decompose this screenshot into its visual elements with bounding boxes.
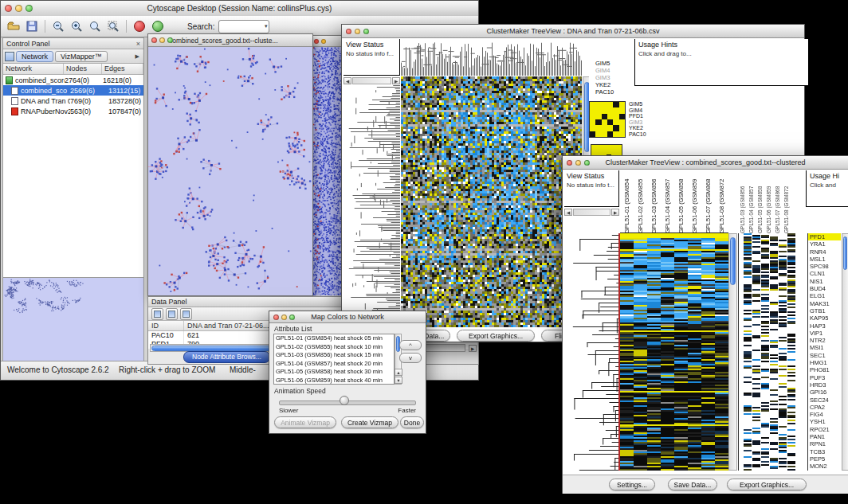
heatmap-canvas[interactable] (620, 233, 728, 471)
gene-label[interactable]: GIM5 (595, 60, 614, 67)
gene-label[interactable]: NTR2 (808, 337, 841, 344)
node-attribute-browser-button[interactable]: Node Attribute Brows... (183, 351, 270, 363)
scroll-right-icon[interactable]: ▶ (469, 345, 477, 352)
gene-label[interactable]: MSI1 (808, 344, 841, 351)
export-graphics-button[interactable]: Export Graphics... (457, 330, 535, 342)
close-panel-icon[interactable]: × (136, 40, 140, 48)
dendrogram-h-scrollbar[interactable]: ◀ ▶ (344, 76, 400, 84)
attribute-item[interactable]: GPL51-06 (GSM859) heat shock 40 min (274, 377, 394, 385)
heatmap[interactable] (401, 76, 582, 327)
network-overview-thumbnail[interactable] (3, 277, 143, 361)
gene-label[interactable]: GTB1 (808, 307, 841, 315)
scroll-left-icon[interactable]: ◀ (564, 209, 572, 216)
close-button[interactable] (273, 315, 279, 320)
column-label[interactable]: GPL51-02 (GSM855 (634, 170, 647, 233)
network-row[interactable]: combined_sco2569(6)13112(15) (3, 85, 143, 96)
heatmap-canvas[interactable] (401, 76, 582, 327)
gene-list-scrollbar[interactable] (842, 233, 848, 471)
gene-label[interactable]: MON2 (808, 463, 841, 470)
attribute-item[interactable]: GPL51-04 (GSM857) heat shock 20 min (274, 360, 394, 369)
minimize-button[interactable] (159, 37, 165, 43)
gene-label[interactable]: VIP1 (808, 330, 841, 337)
minimize-button[interactable] (281, 315, 287, 320)
tab-vizmapper[interactable]: VizMapper™ (55, 51, 108, 62)
gene-label[interactable]: PFD1 (808, 233, 841, 240)
speed-slider-thumb[interactable] (340, 396, 349, 405)
gene-label[interactable]: FIG4 (808, 411, 841, 418)
gene-label[interactable]: GIM4 (629, 107, 646, 114)
zoom-button[interactable] (167, 37, 173, 43)
zoom-out-button[interactable] (50, 18, 66, 34)
column-label[interactable]: GPL51-06 (GSM859 (764, 170, 773, 233)
scrollbar-track[interactable] (352, 77, 391, 84)
cytoscape-titlebar[interactable]: Cytoscape Desktop (Session Name: collins… (1, 1, 478, 17)
scroll-right-icon[interactable]: ▶ (392, 77, 400, 84)
gene-label[interactable]: PAC10 (629, 131, 646, 138)
attribute-list[interactable]: GPL51-01 (GSM854) heat shock 05 minGPL51… (273, 334, 395, 385)
zoom-button[interactable] (289, 315, 295, 320)
gene-label[interactable]: YKE2 (595, 81, 614, 88)
zoom-button[interactable] (584, 160, 590, 166)
column-label[interactable]: GPL51-06 (GSM859 (688, 170, 701, 233)
column-label[interactable]: GPL51-03 (GSM856 (738, 170, 747, 233)
search-dropdown-icon[interactable]: ▾ (265, 23, 269, 29)
search-input[interactable]: ▾ (218, 20, 269, 33)
scrollbar-thumb[interactable] (730, 237, 736, 285)
heatmap2-canvas[interactable] (739, 233, 807, 471)
minimize-button[interactable] (15, 5, 22, 12)
zoom-button[interactable] (363, 29, 369, 34)
gene-label[interactable]: RNR4 (808, 248, 841, 256)
attribute-item[interactable]: GPL51-01 (GSM854) heat shock 05 min (274, 334, 394, 343)
attribute-item[interactable]: GPL51-02 (GSM855) heat shock 10 min (274, 343, 394, 352)
zoom-in-button[interactable] (69, 18, 84, 34)
close-button[interactable] (567, 160, 572, 166)
overview-canvas[interactable] (3, 278, 140, 359)
close-button[interactable] (314, 39, 319, 44)
column-label[interactable]: GPL51-07 (GSM868 (773, 170, 782, 233)
minimize-button[interactable] (355, 29, 360, 34)
export-graphics-button[interactable]: Export Graphics... (727, 479, 807, 490)
zoom-button[interactable] (26, 5, 33, 12)
heatmap-v-scrollbar[interactable] (728, 233, 737, 471)
row-dendrogram[interactable] (564, 233, 620, 471)
close-button[interactable] (346, 29, 351, 34)
animate-vizmap-button[interactable]: Animate Vizmap (274, 416, 336, 428)
gene-label[interactable]: SEC1 (808, 352, 841, 359)
create-vizmap-button[interactable]: Create Vizmap (341, 416, 398, 428)
column-label[interactable]: GPL51-05 (GSM858 (756, 170, 764, 233)
gene-label[interactable]: RPN1 (808, 440, 841, 447)
delete-attribute-icon[interactable] (180, 308, 192, 320)
tab-network[interactable]: Network (16, 51, 53, 62)
heatmap[interactable] (620, 233, 728, 471)
gene-label[interactable]: HRD3 (808, 381, 841, 389)
scrollbar-thumb[interactable] (843, 236, 847, 270)
move-up-button[interactable]: ^ (399, 340, 422, 350)
gene-label[interactable]: PUF3 (808, 374, 841, 381)
open-session-button[interactable] (6, 18, 22, 34)
gene-label[interactable]: HAP3 (808, 322, 841, 330)
gene-label[interactable]: GIM5 (629, 101, 646, 107)
gene-label[interactable]: KAP95 (808, 315, 841, 322)
network-row[interactable]: DNA and Tran 07769(0)183728(0) (3, 96, 143, 106)
gene-label[interactable]: PAC10 (595, 88, 614, 96)
save-session-button[interactable] (24, 18, 40, 34)
gene-label[interactable]: CPA2 (808, 404, 841, 411)
settings-button[interactable]: Settings... (609, 479, 655, 490)
tab-overflow-icon[interactable]: ▶ (135, 53, 142, 60)
scrollbar-track[interactable] (573, 209, 610, 216)
scroll-left-icon[interactable]: ◀ (344, 77, 351, 84)
gene-label[interactable]: YRA1 (808, 240, 841, 248)
row-dendrogram-canvas[interactable] (344, 85, 400, 327)
column-label[interactable]: GPL51-01 (GSM854 (620, 170, 634, 233)
gene-label[interactable]: ELG1 (808, 292, 841, 299)
network-row[interactable]: combined_scores2764(0)16218(0) (3, 75, 143, 85)
gene-label[interactable]: YKE2 (629, 125, 646, 131)
network-row[interactable]: RNAPuberNov2563(0)107847(0) (3, 106, 143, 116)
column-dendrogram[interactable] (401, 39, 582, 76)
column-dendrogram-canvas[interactable] (401, 39, 582, 76)
column-label[interactable]: GPL51-05 (GSM858 (674, 170, 688, 233)
scroll-down-icon[interactable]: ▼ (395, 377, 402, 384)
minimize-button[interactable] (575, 160, 581, 166)
gene-label[interactable]: TCB3 (808, 448, 841, 455)
treeview2-titlebar[interactable]: ClusterMaker TreeView : combined_scores_… (563, 156, 848, 170)
